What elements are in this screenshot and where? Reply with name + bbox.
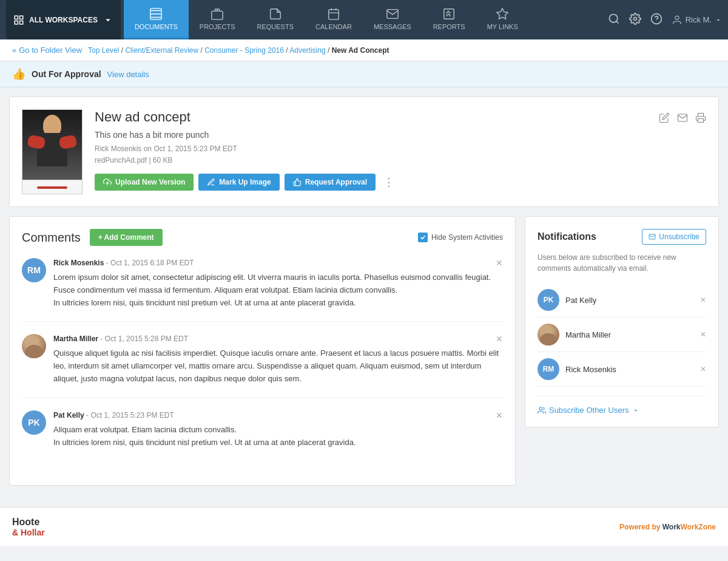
edit-icon[interactable] <box>659 112 670 125</box>
email-icon[interactable] <box>677 112 688 125</box>
comment-time: - Oct 1, 2015 5:28 PM EDT <box>100 335 188 343</box>
document-thumbnail <box>22 109 83 194</box>
document-header: New ad concept <box>22 109 706 194</box>
subscriber-name: Pat Kelly <box>565 296 694 305</box>
remove-subscriber-button[interactable]: ✕ <box>700 296 706 304</box>
comment-body: Rick Mosenkis - Oct 1, 2015 6:18 PM EDT … <box>53 258 503 309</box>
svg-point-13 <box>675 16 679 19</box>
more-options-button[interactable]: ⋮ <box>380 175 397 189</box>
help-icon[interactable] <box>650 13 662 27</box>
comment-close-button[interactable]: ✕ <box>496 410 503 420</box>
breadcrumb-top-level[interactable]: Top Level <box>88 46 119 55</box>
upload-version-button[interactable]: Upload New Version <box>95 174 194 191</box>
print-icon[interactable] <box>695 112 706 125</box>
breadcrumb-bar: « Go to Folder View Top Level / Client/E… <box>0 39 728 61</box>
svg-rect-0 <box>15 16 18 19</box>
logo-top: Hoote <box>12 517 45 528</box>
add-comment-button[interactable]: + Add Comment <box>90 229 163 246</box>
comments-panel: Comments + Add Comment Hide System Activ… <box>9 216 516 486</box>
user-name: Rick M. <box>686 15 712 24</box>
document-title: New ad concept <box>95 109 190 125</box>
comment-item: RM Rick Mosenkis - Oct 1, 2015 6:18 PM E… <box>22 258 503 322</box>
comment-time: - Oct 1, 2015 5:23 PM EDT <box>86 411 174 420</box>
workspace-label: ALL WORKSPACES <box>29 16 98 24</box>
notifications-description: Users below are subscribed to receive ne… <box>538 252 706 274</box>
subscriber-item: PK Pat Kelly ✕ <box>538 283 706 318</box>
avatar-rm: RM <box>22 258 46 282</box>
comment-text: Quisque aliquet ligula ac nisi facilisis… <box>53 347 503 385</box>
nav-item-calendar[interactable]: CALENDAR <box>305 0 363 39</box>
comment-author: Rick Mosenkis <box>53 259 104 267</box>
nav-item-requests[interactable]: REQUESTS <box>246 0 305 39</box>
comment-text: Aliquam erat volutpat. Etiam lacinia dic… <box>53 424 503 449</box>
approval-status: Out For Approval <box>32 69 101 79</box>
document-info: New ad concept <box>95 109 706 194</box>
comment-author: Pat Kelly <box>53 411 84 420</box>
nav-label-messages: MESSAGES <box>374 23 411 30</box>
notifications-header: Notifications Unsubscribe <box>538 229 706 245</box>
subscriber-avatar-mm <box>538 324 559 345</box>
avatar-pk: PK <box>22 410 46 435</box>
markup-image-button[interactable]: Mark Up Image <box>198 174 279 191</box>
comment-body: Martha Miller - Oct 1, 2015 5:28 PM EDT … <box>53 334 503 385</box>
nav-label-reports: REPORTS <box>433 23 465 30</box>
nav-label-mylinks: MY LINKS <box>487 23 518 30</box>
nav-item-documents[interactable]: DOCUMENTS <box>124 0 189 39</box>
avatar-mm <box>22 334 46 358</box>
hide-system-activities[interactable]: Hide System Activities <box>418 233 503 242</box>
comment-body: Pat Kelly - Oct 1, 2015 5:23 PM EDT ✕ Al… <box>53 410 503 449</box>
hide-system-checkbox[interactable] <box>418 233 428 242</box>
subscriber-item: RM Rick Mosenkis ✕ <box>538 352 706 387</box>
subscribe-others-button[interactable]: Subscribe Other Users <box>538 396 706 415</box>
svg-line-10 <box>616 21 619 24</box>
svg-rect-1 <box>20 16 23 19</box>
unsubscribe-button[interactable]: Unsubscribe <box>642 229 706 245</box>
svg-rect-5 <box>212 11 223 19</box>
nav-label-requests: REQUESTS <box>257 23 294 30</box>
comments-title: Comments <box>22 231 81 245</box>
breadcrumb-client-review[interactable]: Client/External Review <box>125 46 198 55</box>
nav-label-projects: PROJECTS <box>200 23 235 30</box>
nav-item-messages[interactable]: MESSAGES <box>363 0 422 39</box>
svg-rect-14 <box>698 119 704 123</box>
comment-close-button[interactable]: ✕ <box>496 258 503 268</box>
company-logo: Hoote & Hollar <box>12 517 45 537</box>
workspace-selector[interactable]: ALL WORKSPACES <box>6 0 121 39</box>
back-to-folder[interactable]: « Go to Folder View <box>12 46 82 55</box>
settings-icon[interactable] <box>629 13 641 27</box>
breadcrumb: Top Level / Client/External Review / Con… <box>88 46 389 55</box>
nav-item-mylinks[interactable]: MY LINKS <box>476 0 529 39</box>
view-details-link[interactable]: View details <box>107 70 149 79</box>
comment-item: PK Pat Kelly - Oct 1, 2015 5:23 PM EDT ✕… <box>22 410 503 461</box>
breadcrumb-advertising[interactable]: Advertising <box>289 46 325 55</box>
nav-right: Rick M. <box>608 13 722 27</box>
breadcrumb-consumer[interactable]: Consumer - Spring 2016 <box>204 46 284 55</box>
top-navigation: ALL WORKSPACES DOCUMENTS PROJECTS REQUES… <box>0 0 728 39</box>
remove-subscriber-button[interactable]: ✕ <box>700 330 706 339</box>
powered-by: Powered by WorkWorkZone <box>619 523 716 531</box>
breadcrumb-current: New Ad Concept <box>332 46 389 55</box>
lower-section: Comments + Add Comment Hide System Activ… <box>9 216 719 498</box>
subscriber-avatar-rm: RM <box>538 358 559 380</box>
nav-label-calendar: CALENDAR <box>315 23 352 30</box>
request-approval-button[interactable]: Request Approval <box>285 174 376 191</box>
document-file: redPunchAd.pdf | 60 KB <box>95 156 706 165</box>
approval-banner: 👍 Out For Approval View details <box>0 61 728 87</box>
search-icon[interactable] <box>608 13 620 27</box>
nav-item-projects[interactable]: PROJECTS <box>189 0 246 39</box>
document-meta: Rick Mosenkis on Oct 1, 2015 5:23 PM EDT <box>95 144 706 153</box>
notifications-panel: Notifications Unsubscribe Users below ar… <box>525 216 719 427</box>
nav-item-reports[interactable]: REPORTS <box>422 0 476 39</box>
svg-rect-3 <box>20 21 23 24</box>
brand-name-accent: WorkZone <box>681 523 716 531</box>
svg-point-16 <box>539 407 542 410</box>
user-menu[interactable]: Rick M. <box>672 15 722 25</box>
svg-rect-2 <box>15 21 18 24</box>
remove-subscriber-button[interactable]: ✕ <box>700 365 706 373</box>
svg-point-9 <box>609 15 617 22</box>
subscriber-avatar-pk: PK <box>538 289 559 311</box>
document-actions: Upload New Version Mark Up Image Request… <box>95 174 706 191</box>
comment-meta: Pat Kelly - Oct 1, 2015 5:23 PM EDT ✕ <box>53 410 503 420</box>
comment-close-button[interactable]: ✕ <box>496 334 503 344</box>
nav-label-documents: DOCUMENTS <box>135 23 178 30</box>
